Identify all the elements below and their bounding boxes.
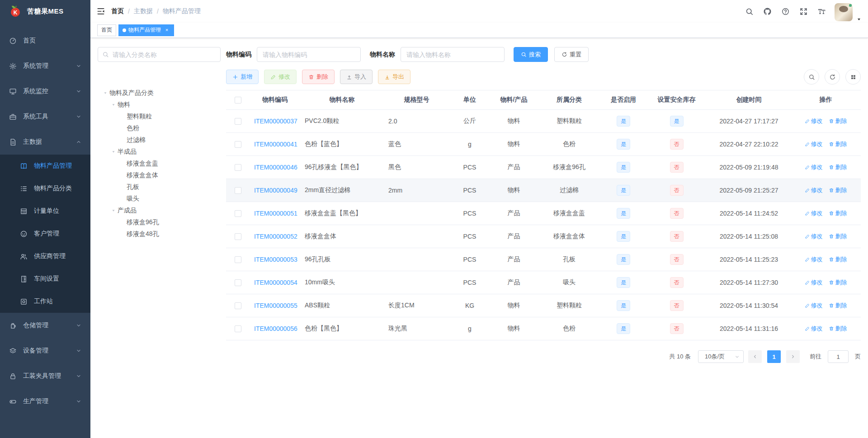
sidebar-item-material-product-management[interactable]: 物料产品管理 — [0, 155, 90, 177]
row-checkbox[interactable] — [235, 256, 241, 263]
tree-caret-icon[interactable] — [109, 150, 118, 154]
user-avatar[interactable] — [835, 3, 853, 21]
edit-link[interactable]: 修改 — [805, 301, 823, 310]
caret-down-icon[interactable] — [856, 17, 862, 22]
export-button[interactable]: 导出 — [378, 70, 410, 84]
tree-node[interactable]: 吸头 — [98, 193, 221, 205]
material-code-link[interactable]: ITEM00000052 — [254, 233, 297, 240]
tree-node[interactable]: 色粉 — [98, 122, 221, 134]
tree-caret-icon[interactable] — [101, 91, 109, 95]
row-checkbox[interactable] — [235, 279, 241, 286]
row-checkbox[interactable] — [235, 187, 241, 194]
delete-link[interactable]: 删除 — [829, 163, 847, 171]
sidebar-item-workshop-settings[interactable]: 车间设置 — [0, 268, 90, 290]
sidebar-item-system-monitor[interactable]: 系统监控 — [0, 79, 90, 104]
navbar-action-button[interactable] — [741, 0, 757, 23]
delete-link[interactable]: 删除 — [829, 255, 847, 264]
edit-link[interactable]: 修改 — [805, 232, 823, 240]
edit-link[interactable]: 修改 — [805, 255, 823, 264]
delete-link[interactable]: 删除 — [829, 232, 847, 240]
delete-button[interactable]: 删除 — [302, 70, 335, 84]
edit-link[interactable]: 修改 — [805, 209, 823, 217]
table-columns-button[interactable] — [845, 69, 861, 85]
current-page-button[interactable]: 1 — [767, 350, 781, 363]
navbar-action-button[interactable] — [760, 0, 775, 23]
reset-button[interactable]: 重置 — [554, 47, 589, 62]
tree-node[interactable]: 移液盒48孔 — [98, 228, 221, 240]
material-code-link[interactable]: ITEM00000049 — [254, 187, 297, 194]
material-code-link[interactable]: ITEM00000051 — [254, 210, 297, 217]
close-icon[interactable]: × — [164, 27, 170, 33]
edit-link[interactable]: 修改 — [805, 140, 823, 148]
sidebar-item-workstation[interactable]: 工作站 — [0, 290, 90, 313]
delete-link[interactable]: 删除 — [829, 278, 847, 287]
import-button[interactable]: 导入 — [340, 70, 373, 84]
navbar-action-button[interactable] — [778, 0, 793, 23]
tree-node[interactable]: 移液盒96孔 — [98, 217, 221, 228]
navbar-action-button[interactable] — [796, 0, 811, 23]
row-checkbox[interactable] — [235, 210, 241, 217]
delete-link[interactable]: 删除 — [829, 117, 847, 125]
material-code-input[interactable] — [257, 47, 361, 62]
breadcrumb-label[interactable]: 主数据 — [134, 7, 153, 15]
material-code-link[interactable]: ITEM00000056 — [254, 325, 297, 332]
sidebar-item-system-management[interactable]: 系统管理 — [0, 53, 90, 79]
sidebar-item-warehouse-management[interactable]: 仓储管理 — [0, 313, 90, 338]
add-button[interactable]: 新增 — [226, 70, 259, 84]
search-button[interactable]: 搜索 — [514, 47, 548, 62]
tree-node[interactable]: 塑料颗粒 — [98, 111, 221, 122]
tree-node[interactable]: 物料 — [98, 99, 221, 111]
row-checkbox[interactable] — [235, 118, 241, 125]
next-page-button[interactable] — [786, 350, 800, 363]
prev-page-button[interactable] — [748, 350, 762, 363]
breadcrumb-item[interactable]: 物料产品管理 / — [163, 7, 201, 15]
edit-button[interactable]: 修改 — [264, 70, 297, 84]
tree-caret-icon[interactable] — [109, 208, 118, 213]
tree-node[interactable]: 移液盒盒体 — [98, 170, 221, 181]
tab[interactable]: 首页 — [97, 24, 116, 36]
sidebar-item-home[interactable]: 首页 — [0, 28, 90, 53]
tree-node[interactable]: 孔板 — [98, 181, 221, 193]
sidebar-item-measurement-unit[interactable]: 计量单位 — [0, 200, 90, 222]
material-code-link[interactable]: ITEM00000037 — [254, 118, 297, 125]
sidebar-item-equipment-management[interactable]: 设备管理 — [0, 338, 90, 363]
sidebar-item-customer-management[interactable]: 客户管理 — [0, 222, 90, 245]
row-checkbox[interactable] — [235, 164, 241, 171]
goto-page-input[interactable] — [828, 350, 849, 363]
sidebar-item-system-tools[interactable]: 系统工具 — [0, 104, 90, 129]
page-size-select[interactable]: 10条/页 — [698, 350, 744, 363]
delete-link[interactable]: 删除 — [829, 209, 847, 217]
table-refresh-button[interactable] — [825, 69, 840, 85]
table-search-button[interactable] — [804, 69, 819, 85]
sidebar-item-tooling-fixture-management[interactable]: 工装夹具管理 — [0, 363, 90, 389]
category-search-input[interactable] — [98, 47, 221, 62]
edit-link[interactable]: 修改 — [805, 163, 823, 171]
row-checkbox[interactable] — [235, 233, 241, 240]
delete-link[interactable]: 删除 — [829, 301, 847, 310]
material-code-link[interactable]: ITEM00000055 — [254, 302, 297, 309]
sidebar-item-master-data[interactable]: 主数据 — [0, 129, 90, 155]
edit-link[interactable]: 修改 — [805, 278, 823, 287]
material-code-link[interactable]: ITEM00000053 — [254, 256, 297, 263]
edit-link[interactable]: 修改 — [805, 117, 823, 125]
tree-node[interactable]: 半成品 — [98, 146, 221, 158]
row-checkbox[interactable] — [235, 141, 241, 148]
material-name-input[interactable] — [401, 47, 505, 62]
material-code-link[interactable]: ITEM00000046 — [254, 164, 297, 171]
select-all-checkbox[interactable] — [235, 97, 241, 104]
delete-link[interactable]: 删除 — [829, 325, 847, 333]
sidebar-item-material-product-category[interactable]: 物料产品分类 — [0, 177, 90, 200]
app-logo[interactable]: 苦糖果MES — [0, 0, 90, 23]
tree-caret-icon[interactable] — [109, 103, 118, 107]
delete-link[interactable]: 删除 — [829, 140, 847, 148]
material-code-link[interactable]: ITEM00000041 — [254, 141, 297, 148]
tab[interactable]: 物料产品管理 × — [118, 24, 174, 36]
edit-link[interactable]: 修改 — [805, 186, 823, 194]
breadcrumb-label[interactable]: 首页 — [111, 7, 124, 15]
breadcrumb-item[interactable]: 主数据 / — [134, 7, 163, 15]
edit-link[interactable]: 修改 — [805, 325, 823, 333]
tree-node[interactable]: 过滤棉 — [98, 134, 221, 146]
delete-link[interactable]: 删除 — [829, 186, 847, 194]
row-checkbox[interactable] — [235, 302, 241, 309]
tree-node[interactable]: 移液盒盒盖 — [98, 158, 221, 170]
